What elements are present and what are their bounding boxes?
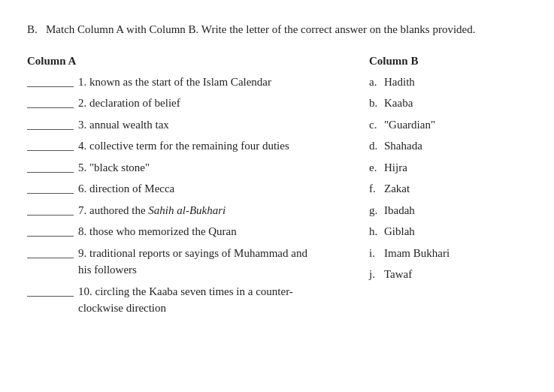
list-item: c. "Guardian" [369, 116, 527, 134]
column-a: Column A 1. known as the start of the Is… [27, 55, 362, 321]
column-b: Column B a. Hadith b. Kaaba c. "Guardian… [362, 55, 527, 288]
b-text: Imam Bukhari [384, 245, 527, 262]
instructions: B. Match Column A with Column B. Write t… [27, 21, 527, 38]
columns-wrapper: Column A 1. known as the start of the Is… [27, 55, 527, 321]
b-letter: j. [369, 266, 384, 283]
b-text: Tawaf [384, 266, 527, 283]
list-item: 1. known as the start of the Islam Calen… [27, 74, 362, 91]
item-continuation: his followers [27, 261, 362, 279]
b-text: "Guardian" [384, 116, 527, 134]
answer-blank[interactable] [27, 283, 74, 297]
list-item: g. Ibadah [369, 202, 527, 219]
list-item: h. Giblah [369, 223, 527, 240]
list-item: e. Hijra [369, 159, 527, 176]
list-item: 9. traditional reports or sayings of Muh… [27, 245, 362, 279]
column-a-header: Column A [27, 55, 362, 68]
list-item: d. Shahada [369, 137, 527, 155]
item-text: 5. "black stone" [78, 159, 362, 176]
list-item: 2. declaration of belief [27, 95, 362, 112]
list-item: 3. annual wealth tax [27, 116, 362, 134]
answer-blank[interactable] [27, 116, 74, 130]
column-b-header: Column B [369, 55, 527, 68]
b-text: Shahada [384, 137, 527, 155]
answer-blank[interactable] [27, 180, 74, 194]
b-letter: h. [369, 223, 384, 240]
item-text: 6. direction of Mecca [78, 180, 362, 198]
item-continuation: clockwise direction [27, 300, 362, 317]
list-item: 4. collective term for the remaining fou… [27, 137, 362, 155]
list-item: 10. circling the Kaaba seven times in a … [27, 283, 362, 317]
item-text: 10. circling the Kaaba seven times in a … [78, 283, 362, 300]
b-letter: c. [369, 116, 384, 134]
list-item: i. Imam Bukhari [369, 245, 527, 262]
item-text: 7. authored the Sahih al-Bukhari [78, 202, 362, 219]
answer-blank[interactable] [27, 223, 74, 237]
list-item: f. Zakat [369, 180, 527, 198]
list-item: 7. authored the Sahih al-Bukhari [27, 202, 362, 219]
b-letter: e. [369, 159, 384, 176]
answer-blank[interactable] [27, 159, 74, 173]
b-letter: b. [369, 95, 384, 112]
item-text: 8. those who memorized the Quran [78, 223, 362, 240]
b-text: Hadith [384, 74, 527, 91]
b-letter: g. [369, 202, 384, 219]
list-item: a. Hadith [369, 74, 527, 91]
item-text: 9. traditional reports or sayings of Muh… [78, 245, 362, 262]
item-text: 3. annual wealth tax [78, 116, 362, 134]
b-text: Zakat [384, 180, 527, 198]
item-text: 4. collective term for the remaining fou… [78, 137, 362, 155]
list-item: b. Kaaba [369, 95, 527, 112]
section-label: B. [27, 23, 38, 35]
answer-blank[interactable] [27, 202, 74, 216]
list-item: 6. direction of Mecca [27, 180, 362, 198]
b-letter: d. [369, 137, 384, 155]
answer-blank[interactable] [27, 74, 74, 87]
b-letter: f. [369, 180, 384, 198]
instruction-text: Match Column A with Column B. Write the … [46, 23, 476, 35]
b-letter: a. [369, 74, 384, 91]
list-item: j. Tawaf [369, 266, 527, 283]
list-item: 8. those who memorized the Quran [27, 223, 362, 240]
b-text: Giblah [384, 223, 527, 240]
answer-blank[interactable] [27, 137, 74, 151]
b-text: Kaaba [384, 95, 527, 112]
answer-blank[interactable] [27, 245, 74, 258]
list-item: 5. "black stone" [27, 159, 362, 176]
b-text: Ibadah [384, 202, 527, 219]
b-letter: i. [369, 245, 384, 262]
item-text: 2. declaration of belief [78, 95, 362, 112]
b-text: Hijra [384, 159, 527, 176]
item-text: 1. known as the start of the Islam Calen… [78, 74, 362, 91]
answer-blank[interactable] [27, 95, 74, 108]
